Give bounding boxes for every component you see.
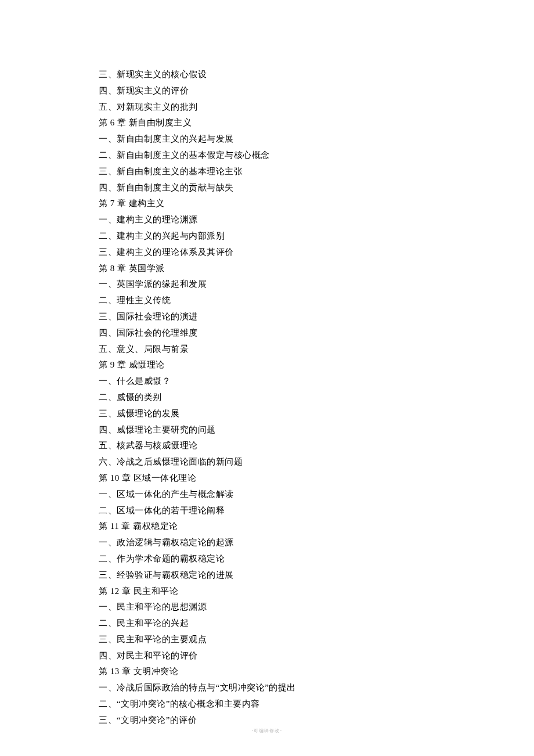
toc-line: 第 12 章 民主和平论	[99, 584, 534, 600]
toc-line: 六、冷战之后威慑理论面临的新问题	[99, 454, 534, 470]
toc-line: 一、英国学派的缘起和发展	[99, 276, 534, 293]
page-footer: -可编辑修改-	[0, 728, 534, 734]
toc-line: 第 13 章 文明冲突论	[99, 664, 534, 680]
document-page: 三、新现实主义的核心假设 四、新现实主义的评价 五、对新现实主义的批判 第 6 …	[0, 0, 534, 729]
toc-line: 三、新现实主义的核心假设	[99, 67, 534, 83]
toc-line: 第 6 章 新自由制度主义	[99, 115, 534, 131]
toc-line: 二、作为学术命题的霸权稳定论	[99, 551, 534, 567]
toc-line: 四、新自由制度主义的贡献与缺失	[99, 180, 534, 196]
toc-line: 五、核武器与核威慑理论	[99, 438, 534, 454]
toc-line: 三、建构主义的理论体系及其评价	[99, 244, 534, 261]
toc-line: 四、国际社会的伦理维度	[99, 325, 534, 341]
toc-line: 三、“文明冲突论”的评价	[99, 712, 534, 729]
toc-line: 二、区域一体化的若干理论阐释	[99, 503, 534, 519]
toc-line: 三、民主和平论的主要观点	[99, 632, 534, 648]
toc-line: 一、什么是威慑？	[99, 373, 534, 390]
toc-line: 二、建构主义的兴起与内部派别	[99, 228, 534, 244]
toc-line: 三、经验验证与霸权稳定论的进展	[99, 567, 534, 584]
toc-line: 五、意义、局限与前景	[99, 341, 534, 358]
toc-line: 二、“文明冲突论”的核心概念和主要内容	[99, 696, 534, 712]
toc-line: 二、民主和平论的兴起	[99, 615, 534, 632]
toc-line: 一、区域一体化的产生与概念解读	[99, 487, 534, 503]
toc-line: 四、对民主和平论的评价	[99, 648, 534, 664]
toc-line: 一、冷战后国际政治的特点与“文明冲突论”的提出	[99, 680, 534, 696]
toc-line: 一、新自由制度主义的兴起与发展	[99, 131, 534, 147]
toc-line: 一、政治逻辑与霸权稳定论的起源	[99, 535, 534, 551]
toc-line: 三、威慑理论的发展	[99, 406, 534, 422]
toc-line: 四、威慑理论主要研究的问题	[99, 422, 534, 438]
toc-line: 五、对新现实主义的批判	[99, 99, 534, 116]
toc-line: 一、民主和平论的思想渊源	[99, 599, 534, 615]
toc-line: 三、国际社会理论的演进	[99, 309, 534, 325]
toc-line: 第 10 章 区域一体化理论	[99, 470, 534, 487]
toc-line: 三、新自由制度主义的基本理论主张	[99, 164, 534, 180]
toc-line: 四、新现实主义的评价	[99, 83, 534, 99]
toc-line: 第 7 章 建构主义	[99, 196, 534, 212]
toc-line: 第 9 章 威慑理论	[99, 357, 534, 373]
toc-line: 一、建构主义的理论渊源	[99, 212, 534, 228]
toc-line: 第 8 章 英国学派	[99, 261, 534, 277]
toc-line: 二、威慑的类别	[99, 390, 534, 406]
toc-line: 二、新自由制度主义的基本假定与核心概念	[99, 147, 534, 164]
toc-line: 第 11 章 霸权稳定论	[99, 519, 534, 535]
toc-line: 二、理性主义传统	[99, 293, 534, 309]
